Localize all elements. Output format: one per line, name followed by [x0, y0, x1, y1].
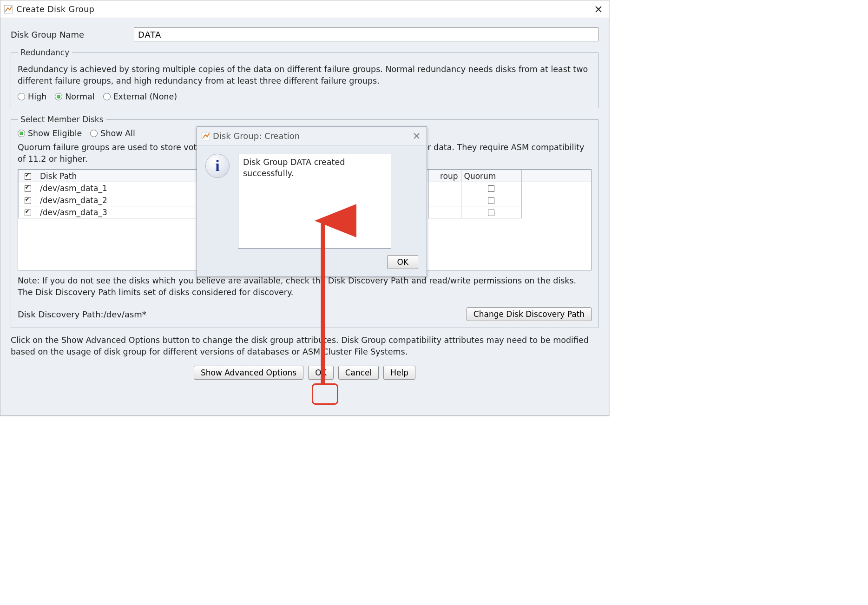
ok-button[interactable]: OK	[308, 366, 334, 380]
dialog-ok-button[interactable]: OK	[387, 255, 418, 269]
show-eligible-radio[interactable]: Show Eligible	[18, 129, 82, 138]
member-disks-legend: Select Member Disks	[18, 115, 106, 124]
show-all-radio[interactable]: Show All	[90, 129, 135, 138]
row-checkbox[interactable]	[25, 197, 31, 204]
col-quorum[interactable]: Quorum	[461, 170, 521, 182]
titlebar: Create Disk Group	[0, 0, 609, 18]
window-title: Create Disk Group	[16, 4, 94, 14]
redundancy-high-radio[interactable]: High	[18, 92, 46, 101]
redundancy-normal-label: Normal	[65, 92, 94, 101]
info-icon: i	[205, 154, 230, 178]
dialog-titlebar: Disk Group: Creation	[197, 127, 427, 145]
change-discovery-path-button[interactable]: Change Disk Discovery Path	[467, 307, 592, 321]
quorum-checkbox[interactable]	[488, 210, 494, 216]
redundancy-external-radio[interactable]: External (None)	[103, 92, 177, 101]
quorum-checkbox[interactable]	[488, 197, 494, 204]
disk-group-name-input[interactable]	[134, 27, 598, 41]
help-button[interactable]: Help	[383, 366, 415, 380]
creation-result-dialog: Disk Group: Creation i Disk Group DATA c…	[197, 126, 427, 277]
redundancy-legend: Redundancy	[18, 48, 72, 57]
advanced-options-note: Click on the Show Advanced Options butto…	[11, 335, 598, 357]
col-group-suffix[interactable]: roup	[428, 170, 461, 182]
disks-note-2: The Disk Discovery Path limits set of di…	[18, 287, 592, 298]
redundancy-external-label: External (None)	[113, 92, 177, 101]
dialog-close-icon[interactable]	[411, 131, 422, 142]
redundancy-normal-radio[interactable]: Normal	[55, 92, 94, 101]
show-advanced-options-button[interactable]: Show Advanced Options	[194, 366, 303, 380]
cancel-button[interactable]: Cancel	[338, 366, 379, 380]
dialog-message: Disk Group DATA created successfully.	[238, 154, 391, 249]
select-all-checkbox[interactable]	[25, 173, 31, 180]
disk-group-name-label: Disk Group Name	[11, 30, 134, 39]
row-checkbox[interactable]	[25, 210, 31, 216]
footer-buttons: Show Advanced Options OK Cancel Help	[11, 366, 598, 380]
redundancy-high-label: High	[28, 92, 46, 101]
show-eligible-label: Show Eligible	[28, 129, 82, 138]
row-checkbox[interactable]	[25, 185, 31, 192]
discovery-path-label: Disk Discovery Path:	[18, 309, 104, 319]
dialog-title: Disk Group: Creation	[213, 131, 300, 141]
quorum-checkbox[interactable]	[488, 185, 494, 192]
app-icon	[4, 5, 13, 13]
discovery-path-value: /dev/asm*	[104, 309, 146, 319]
redundancy-fieldset: Redundancy Redundancy is achieved by sto…	[11, 48, 598, 108]
redundancy-desc: Redundancy is achieved by storing multip…	[18, 64, 592, 86]
dialog-app-icon	[202, 132, 210, 140]
window-close-icon[interactable]	[592, 3, 605, 16]
show-all-label: Show All	[100, 129, 135, 138]
